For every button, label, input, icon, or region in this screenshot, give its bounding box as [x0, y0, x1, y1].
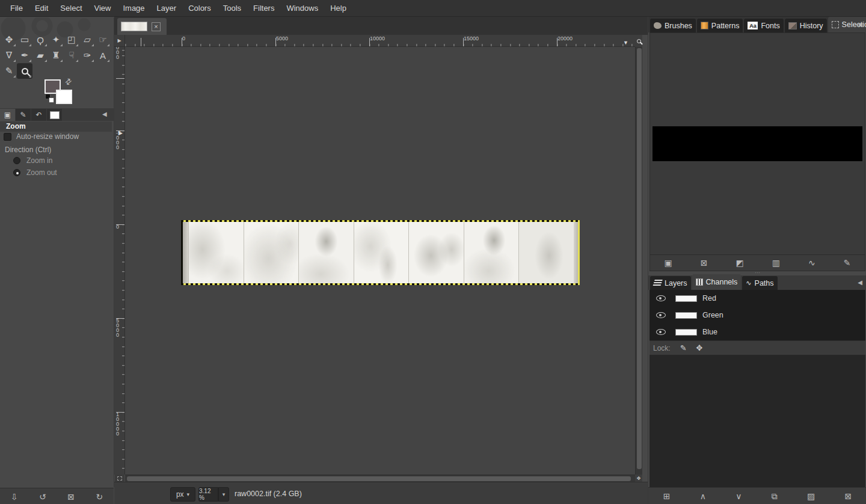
lock-pixels-icon[interactable]: ✎	[680, 344, 687, 352]
tab-device-status[interactable]: ✎	[16, 109, 31, 121]
save-to-channel-button[interactable]: ▥	[772, 259, 780, 267]
lock-position-icon[interactable]: ✥	[696, 344, 703, 352]
tab-fonts[interactable]: Aa Fonts	[744, 19, 783, 32]
channel-row-blue[interactable]: Blue	[650, 324, 865, 340]
zoom-in-option[interactable]: Zoom in	[13, 156, 52, 165]
duplicate-channel-button[interactable]: ⧉	[772, 492, 778, 500]
menu-colors[interactable]: Colors	[182, 0, 217, 17]
menu-select[interactable]: Select	[54, 0, 88, 17]
handle-transform-tool-button[interactable]: ☞	[95, 32, 111, 48]
move-tool-button[interactable]: ✥	[1, 32, 17, 48]
eraser-tool-button[interactable]: ▰	[32, 48, 48, 63]
horizontal-scrollbar[interactable]	[125, 475, 635, 482]
visibility-eye-icon[interactable]	[656, 295, 666, 301]
zoom-in-radio[interactable]	[13, 157, 20, 164]
tab-colors[interactable]	[47, 109, 62, 121]
default-colors-white[interactable]	[49, 97, 54, 103]
tab-brushes[interactable]: Brushes	[650, 19, 696, 32]
color-picker-tool-button[interactable]: ✎	[1, 63, 17, 79]
selection-to-path-button[interactable]: ∿	[808, 259, 815, 267]
history-icon	[788, 22, 797, 29]
menu-tools[interactable]: Tools	[217, 0, 247, 17]
zoom-out-option[interactable]: Zoom out	[13, 168, 57, 177]
channel-row-red[interactable]: Red	[650, 290, 865, 307]
channel-thumbnail	[675, 295, 697, 302]
auto-resize-option[interactable]: Auto-resize window	[4, 132, 79, 141]
tab-channels[interactable]: Channels	[692, 274, 742, 290]
navigation-button[interactable]: ✥	[635, 475, 642, 482]
menu-layer[interactable]: Layer	[151, 0, 183, 17]
visibility-eye-icon[interactable]	[656, 329, 666, 335]
tab-undo-history[interactable]: ↶	[31, 109, 46, 121]
bucket-fill-tool-button[interactable]: ∇	[1, 48, 17, 63]
quick-mask-toggle[interactable]	[115, 475, 124, 482]
crop-tool-button[interactable]: ◰	[64, 32, 79, 48]
tool-grid: ✥ ▭ Ϙ ✦ ◰ ▱ ☞ ∇ ✒ ▰ ♜ ☟ ✑ A ✎	[1, 32, 112, 79]
hruler-label: 15000	[464, 35, 479, 41]
zoom-level-input[interactable]: 3.12 %	[198, 487, 218, 502]
zoom-follow-window-button[interactable]	[635, 35, 642, 47]
channel-to-selection-button[interactable]: ▨	[807, 492, 815, 500]
vruler-position-marker: ▶	[118, 130, 123, 136]
close-icon[interactable]: ×	[152, 22, 161, 31]
vertical-scrollbar-thumb[interactable]	[637, 48, 642, 469]
zoom-out-radio[interactable]	[13, 169, 20, 176]
background-color-swatch[interactable]	[56, 90, 72, 104]
horizontal-ruler[interactable]: 0 5000 10000 15000 20000 ▼	[125, 35, 635, 47]
new-channel-button[interactable]: ⊞	[663, 492, 671, 500]
vertical-scrollbar[interactable]	[635, 47, 642, 475]
tab-layers[interactable]: Layers	[650, 276, 691, 290]
auto-resize-checkbox[interactable]	[4, 133, 11, 141]
film-frame	[298, 222, 354, 283]
menu-help[interactable]: Help	[324, 0, 352, 17]
upper-dock-collapse-icon[interactable]: ◀	[858, 21, 862, 28]
lower-channel-button[interactable]: ∨	[735, 492, 742, 500]
delete-tool-preset-button[interactable]: ⊠	[67, 493, 75, 501]
lower-dock-collapse-icon[interactable]: ◀	[858, 279, 862, 286]
menu-view[interactable]: View	[88, 0, 117, 17]
tab-paths[interactable]: ∿ Paths	[742, 276, 777, 290]
save-tool-preset-button[interactable]: ⇩	[11, 493, 18, 501]
selection-preview[interactable]	[653, 126, 862, 161]
fuzzy-select-tool-button[interactable]: ✦	[48, 32, 64, 48]
zoom-tool-button[interactable]	[17, 63, 32, 79]
stroke-selection-button[interactable]: ✎	[844, 259, 851, 267]
unit-select[interactable]: px ▾	[170, 487, 195, 502]
quick-mask-icon	[117, 476, 122, 481]
delete-channel-button[interactable]: ⊠	[845, 492, 852, 500]
tab-history[interactable]: History	[785, 19, 827, 32]
clone-tool-button[interactable]: ♜	[48, 48, 64, 63]
vertical-ruler[interactable]: -10000 -5000 0 5000 10000 ▶	[114, 47, 125, 475]
menu-windows[interactable]: Windows	[280, 0, 324, 17]
paintbrush-tool-button[interactable]: ✒	[17, 48, 32, 63]
paths-tool-button[interactable]: ✑	[79, 48, 95, 63]
text-tool-button[interactable]: A	[95, 48, 111, 63]
menu-image[interactable]: Image	[117, 0, 150, 17]
restore-tool-preset-button[interactable]: ↺	[39, 493, 46, 501]
unified-transform-tool-button[interactable]: ▱	[79, 32, 95, 48]
select-none-button[interactable]: ⊠	[701, 259, 708, 267]
menu-edit[interactable]: Edit	[29, 0, 54, 17]
smudge-tool-button[interactable]: ☟	[64, 48, 79, 63]
zoom-level-dropdown[interactable]: ▾	[218, 487, 229, 502]
rectangle-select-tool-button[interactable]: ▭	[17, 32, 32, 48]
menubar: File Edit Select View Image Layer Colors…	[0, 0, 866, 17]
menu-filters[interactable]: Filters	[247, 0, 280, 17]
tool-options-collapse-icon[interactable]: ◀	[102, 111, 107, 117]
tab-patterns[interactable]: Patterns	[697, 19, 743, 32]
image-tab[interactable]: ×	[117, 18, 167, 35]
raise-channel-button[interactable]: ∧	[700, 492, 706, 500]
ruler-origin-button[interactable]: ▶	[114, 35, 125, 47]
tab-tool-options[interactable]: ▣	[0, 109, 15, 121]
reset-tool-options-button[interactable]: ↻	[96, 493, 103, 501]
horizontal-scrollbar-thumb[interactable]	[127, 476, 631, 481]
visibility-eye-icon[interactable]	[656, 312, 666, 318]
channels-list: Red Green Blue	[650, 290, 865, 340]
invert-selection-button[interactable]: ◩	[736, 259, 744, 267]
channel-row-green[interactable]: Green	[650, 307, 865, 324]
free-select-tool-button[interactable]: Ϙ	[32, 32, 48, 48]
select-all-button[interactable]: ▣	[665, 259, 672, 267]
lock-row: Lock: ✎ ✥	[650, 340, 865, 355]
hruler-position-marker: ▼	[623, 40, 628, 46]
menu-file[interactable]: File	[4, 0, 29, 17]
